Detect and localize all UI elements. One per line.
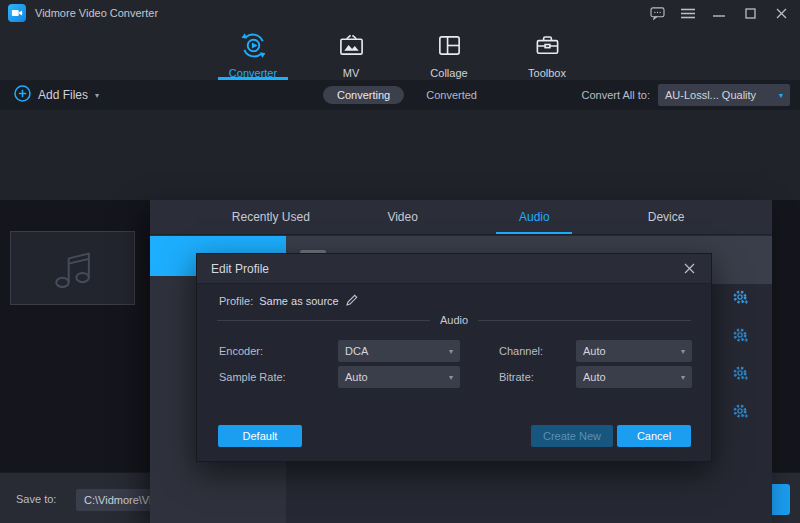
cancel-button[interactable]: Cancel (617, 425, 691, 447)
nav-tab-converter[interactable]: Converter (215, 28, 291, 80)
create-new-button[interactable]: Create New (531, 425, 613, 447)
channel-label: Channel: (499, 345, 543, 357)
nav-tab-toolbox[interactable]: Toolbox (509, 28, 585, 80)
section-title: Audio (440, 314, 468, 326)
chevron-down-icon: ▾ (681, 373, 685, 382)
chevron-down-icon: ▾ (449, 373, 453, 382)
toolbar: Add Files ▾ Converting Converted Convert… (0, 80, 800, 110)
tab-video[interactable]: Video (337, 200, 469, 234)
encoder-value: DCA (345, 345, 368, 357)
converter-icon (240, 32, 267, 62)
nav-tab-collage[interactable]: Collage (411, 28, 487, 80)
encoder-select[interactable]: DCA ▾ (338, 340, 460, 362)
bitrate-select[interactable]: Auto ▾ (576, 366, 692, 388)
gear-icon[interactable] (732, 365, 749, 382)
encoder-label: Encoder: (219, 345, 263, 357)
divider (217, 320, 430, 321)
profile-value: Same as source (259, 295, 338, 307)
maximize-button[interactable] (739, 4, 761, 22)
toolbox-icon (534, 32, 561, 62)
chevron-down-icon: ▾ (449, 347, 453, 356)
sample-rate-value: Auto (345, 371, 368, 383)
main-nav: Converter MV (0, 28, 800, 80)
tab-device[interactable]: Device (600, 200, 732, 234)
menu-icon[interactable] (677, 4, 699, 22)
nav-tab-label: Collage (430, 67, 467, 79)
bitrate-label: Bitrate: (499, 371, 534, 383)
dialog-close-button[interactable] (681, 261, 697, 277)
nav-tab-label: Converter (229, 67, 277, 79)
profile-label: Profile: (219, 295, 253, 307)
tab-converting[interactable]: Converting (323, 86, 404, 104)
app-title: Vidmore Video Converter (35, 7, 158, 19)
dialog-title: Edit Profile (211, 262, 269, 276)
file-row: Source: Funny Cal...ggers.mp3 i | 00:14:… (0, 110, 800, 200)
queue-tabs: Converting Converted (0, 86, 800, 104)
title-bar: Vidmore Video Converter (0, 0, 800, 26)
minimize-button[interactable] (708, 4, 730, 22)
tab-converted[interactable]: Converted (426, 89, 477, 101)
gear-icon[interactable] (732, 327, 749, 344)
music-note-icon (51, 245, 95, 291)
app-logo-icon (8, 4, 26, 22)
close-button[interactable] (770, 4, 792, 22)
channel-select[interactable]: Auto ▾ (576, 340, 692, 362)
profile-panel-tabs: Recently Used Video Audio Device (150, 200, 772, 235)
tab-recently-used[interactable]: Recently Used (205, 200, 337, 234)
collage-icon (436, 32, 463, 62)
dialog-header: Edit Profile (197, 254, 711, 284)
chevron-down-icon: ▾ (681, 347, 685, 356)
gear-icon[interactable] (732, 403, 749, 420)
app-header: Vidmore Video Converter (0, 0, 800, 80)
channel-value: Auto (583, 345, 606, 357)
sample-rate-select[interactable]: Auto ▾ (338, 366, 460, 388)
divider (478, 320, 691, 321)
media-thumbnail (10, 231, 135, 305)
default-button[interactable]: Default (218, 425, 302, 447)
tab-audio[interactable]: Audio (469, 200, 601, 234)
edit-profile-name-icon[interactable] (345, 294, 358, 307)
audio-section-header: Audio (217, 314, 691, 326)
feedback-icon[interactable] (646, 4, 668, 22)
nav-tab-label: MV (343, 67, 360, 79)
profile-name-row: Profile: Same as source (219, 294, 358, 307)
edit-profile-dialog: Edit Profile Profile: Same as source Aud… (196, 253, 712, 462)
nav-tab-mv[interactable]: MV (313, 28, 389, 80)
sample-rate-label: Sample Rate: (219, 371, 286, 383)
app-window: Vidmore Video Converter (0, 0, 800, 523)
gear-icon[interactable] (732, 289, 749, 306)
save-to-label: Save to: (16, 493, 56, 505)
nav-tab-label: Toolbox (528, 67, 566, 79)
bitrate-value: Auto (583, 371, 606, 383)
mv-icon (338, 32, 365, 62)
